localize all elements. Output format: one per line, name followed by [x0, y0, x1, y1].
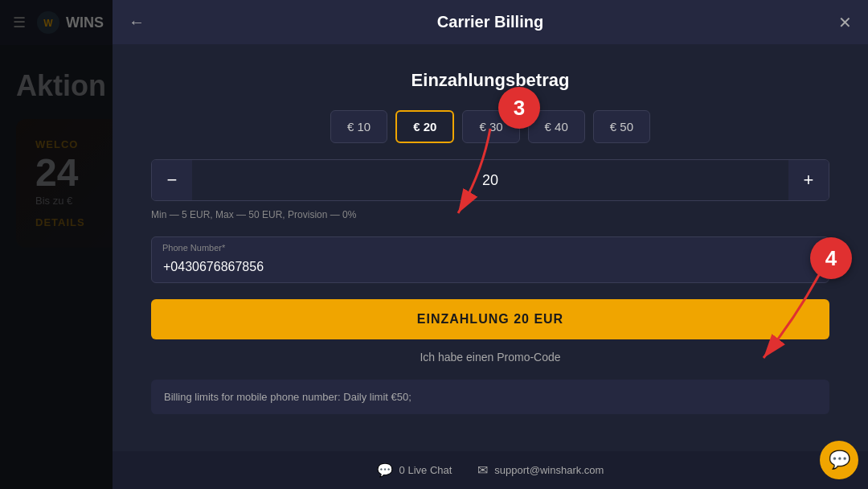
step-3-circle: 3 — [498, 87, 540, 129]
submit-button[interactable]: EINZAHLUNG 20 EUR — [151, 299, 829, 339]
footer-live-chat[interactable]: 💬 0 Live Chat — [377, 462, 452, 478]
amount-stepper: − + — [151, 159, 829, 201]
modal-header: ← Carrier Billing ✕ — [113, 0, 868, 44]
email-icon: ✉ — [477, 462, 488, 478]
amount-button-20[interactable]: € 20 — [395, 110, 454, 143]
modal-footer: 💬 0 Live Chat ✉ support@winshark.com — [113, 451, 868, 489]
step-4-circle: 4 — [810, 237, 852, 279]
stepper-minus-button[interactable]: − — [152, 160, 192, 200]
modal-title: Carrier Billing — [437, 13, 543, 31]
stepper-plus-button[interactable]: + — [788, 160, 829, 200]
phone-input[interactable] — [151, 236, 829, 283]
billing-notice: Billing limits for mobile phone number: … — [151, 380, 829, 414]
promo-code-link[interactable]: Ich habe einen Promo-Code — [151, 351, 829, 364]
amount-button-50[interactable]: € 50 — [593, 110, 650, 143]
email-label: support@winshark.com — [494, 464, 604, 476]
live-chat-icon: 💬 — [377, 462, 393, 478]
amount-button-10[interactable]: € 10 — [330, 110, 387, 143]
modal-body: Einzahlungsbetrag € 10 € 20 € 30 € 40 € … — [113, 44, 868, 451]
carrier-billing-modal: ← Carrier Billing ✕ Einzahlungsbetrag € … — [113, 0, 868, 489]
phone-label: Phone Number* — [162, 243, 225, 253]
modal-close-button[interactable]: ✕ — [838, 13, 852, 32]
limits-text: Min — 5 EUR, Max — 50 EUR, Provision — 0… — [151, 209, 829, 220]
section-title: Einzahlungsbetrag — [151, 70, 829, 91]
live-chat-label: 0 Live Chat — [399, 464, 452, 476]
stepper-value-input[interactable] — [192, 160, 788, 200]
chat-bubble-button[interactable]: 💬 — [820, 441, 858, 479]
amount-buttons-group: € 10 € 20 € 30 € 40 € 50 — [151, 110, 829, 143]
modal-back-button[interactable]: ← — [129, 13, 145, 31]
footer-email[interactable]: ✉ support@winshark.com — [477, 462, 604, 478]
phone-input-wrapper: Phone Number* — [151, 236, 829, 283]
